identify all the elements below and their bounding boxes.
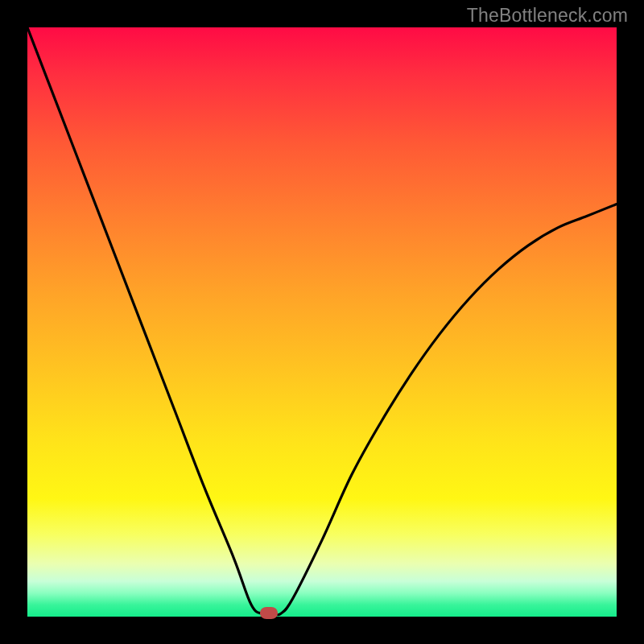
curve-path <box>27 27 617 615</box>
watermark-text: TheBottleneck.com <box>467 5 628 27</box>
minimum-marker <box>260 607 278 619</box>
chart-frame: TheBottleneck.com <box>0 0 644 644</box>
bottleneck-curve <box>27 27 617 617</box>
plot-area <box>27 27 617 617</box>
